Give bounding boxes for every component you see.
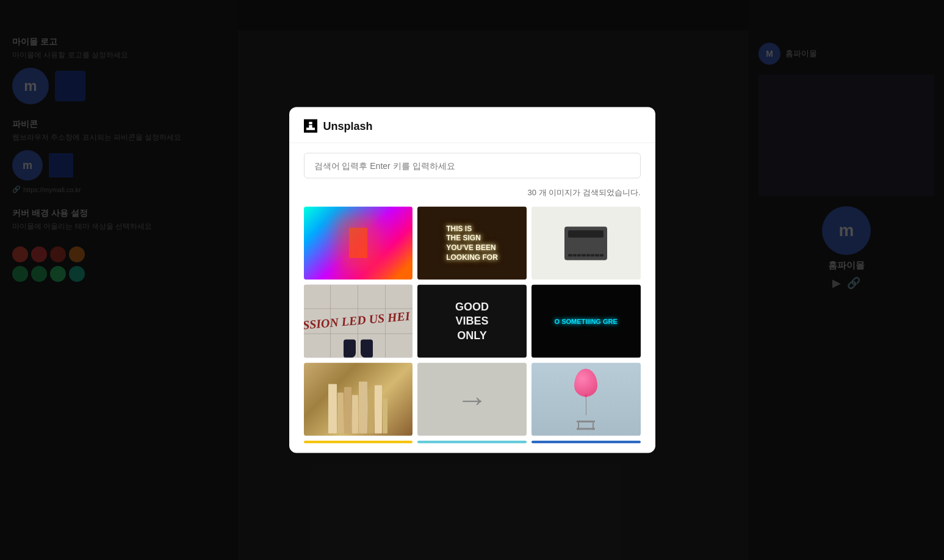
image-cell-1[interactable]	[304, 207, 413, 280]
passion-image: ISSION LED US HEI	[304, 285, 413, 358]
image-cell-6[interactable]: O SOMETIIING GRE	[531, 285, 641, 358]
books-stack	[328, 379, 387, 434]
unsplash-modal: Unsplash 30 개 이미지가 검색되었습니다.	[289, 107, 655, 453]
image-cell-2[interactable]: THIS IS THE SIGN YOU'VE BEEN LOOKING FOR	[417, 207, 527, 280]
balloon-string	[586, 398, 586, 415]
neon-sign-text: THIS IS THE SIGN YOU'VE BEEN LOOKING FOR	[446, 224, 498, 262]
result-count: 30 개 이미지가 검색되었습니다.	[304, 187, 641, 198]
neon-great-image: O SOMETIIING GRE	[531, 285, 641, 358]
image-grid: THIS IS THE SIGN YOU'VE BEEN LOOKING FOR	[304, 207, 641, 436]
balloon	[574, 369, 597, 397]
result-count-suffix: 개 이미지가 검색되었습니다.	[536, 188, 640, 197]
balloon-knot	[584, 395, 588, 398]
image-cell-5[interactable]: GOOD VIBES ONLY	[417, 285, 527, 358]
arrow-image: →	[417, 363, 527, 436]
loading-bar-2	[417, 441, 527, 443]
image-cell-4[interactable]: ISSION LED US HEI	[304, 285, 413, 358]
loading-bar-3	[531, 441, 641, 443]
modal-header: Unsplash	[289, 107, 655, 143]
neon-sign-image: THIS IS THE SIGN YOU'VE BEEN LOOKING FOR	[417, 207, 527, 280]
modal-body[interactable]: 30 개 이미지가 검색되었습니다. THIS IS THE	[289, 143, 655, 453]
loading-bars	[304, 441, 641, 443]
right-shoe	[361, 340, 373, 358]
good-vibes-image: GOOD VIBES ONLY	[417, 285, 527, 358]
image-cell-9[interactable]	[531, 363, 641, 436]
image-cell-8[interactable]: →	[417, 363, 527, 436]
feet-overlay	[344, 340, 373, 358]
modal-title: Unsplash	[323, 120, 373, 132]
unsplash-logo-icon	[304, 120, 317, 133]
balloon-image	[531, 363, 641, 436]
typewriter-keys	[568, 254, 604, 256]
books-image	[304, 363, 413, 436]
good-vibes-text: GOOD VIBES ONLY	[455, 300, 489, 342]
image-cell-3[interactable]	[531, 207, 641, 280]
typewriter-image	[531, 207, 641, 280]
left-shoe	[344, 340, 356, 358]
result-count-number: 30	[528, 188, 536, 197]
neon-great-text: O SOMETIIING GRE	[555, 318, 618, 325]
chair	[577, 417, 595, 430]
image-cell-7[interactable]	[304, 363, 413, 436]
typewriter-roller	[568, 230, 604, 237]
loading-bar-1	[304, 441, 413, 443]
search-input[interactable]	[304, 153, 641, 179]
arrow-symbol: →	[456, 384, 488, 415]
typewriter-body	[564, 226, 607, 260]
